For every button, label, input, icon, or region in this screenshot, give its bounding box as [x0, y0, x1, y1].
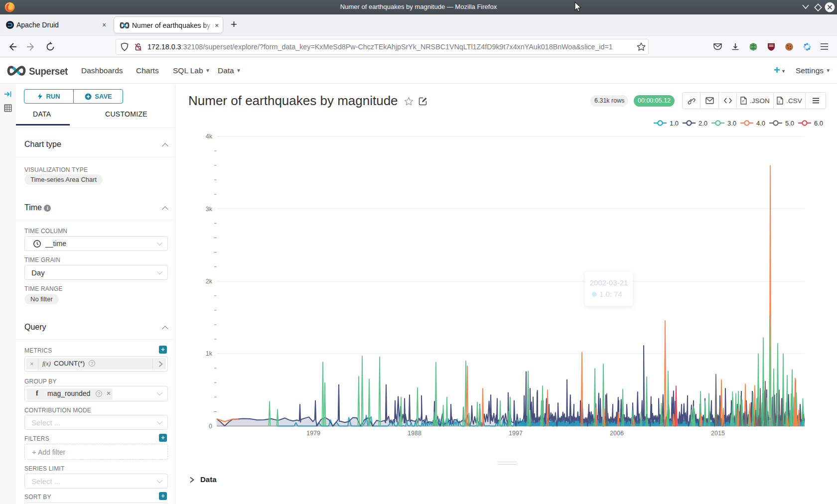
svg-text:x: x: [778, 100, 780, 104]
